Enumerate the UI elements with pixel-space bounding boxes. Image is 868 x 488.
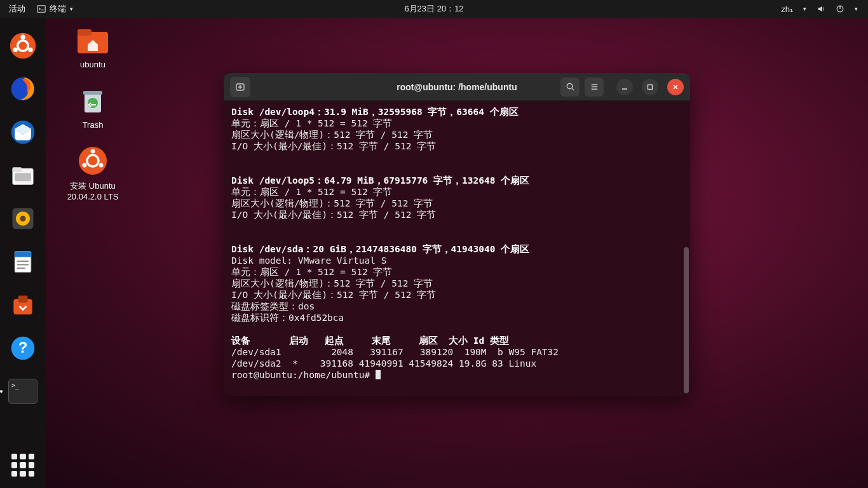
terminal-line: /dev/sda1 2048 391167 389120 190M b W95 … <box>231 346 682 358</box>
dock-libreoffice-writer[interactable] <box>6 245 39 278</box>
svg-rect-12 <box>15 173 31 181</box>
terminal-line: Disk model: VMware Virtual S <box>231 255 682 266</box>
terminal-line: 设备 启动 起点 末尾 扇区 大小 Id 类型 <box>231 335 682 346</box>
top-panel: 活动 终端 ▾ 6月23日 20：12 zh₁ ▾ ▾ <box>0 0 868 18</box>
show-applications-button[interactable] <box>11 454 34 477</box>
terminal-line: I/O 大小(最小/最佳)：512 字节 / 512 字节 <box>231 140 682 152</box>
terminal-app-icon <box>37 4 46 13</box>
scrollbar-thumb[interactable] <box>684 247 689 393</box>
terminal-line: 磁盘标签类型：dos <box>231 301 682 312</box>
terminal-line <box>231 232 682 243</box>
dock: ? >_ <box>0 18 46 488</box>
svg-point-6 <box>28 48 32 52</box>
svg-rect-18 <box>17 261 29 262</box>
terminal-line: 扇区大小(逻辑/物理)：512 字节 / 512 字节 <box>231 129 682 140</box>
search-button[interactable] <box>560 78 580 97</box>
svg-point-38 <box>567 83 572 88</box>
dock-help[interactable]: ? <box>6 332 39 365</box>
svg-point-33 <box>99 163 104 168</box>
terminal-line: I/O 大小(最小/最佳)：512 字节 / 512 字节 <box>231 209 682 220</box>
window-close-button[interactable] <box>667 79 684 95</box>
desktop-installer[interactable]: 安装 Ubuntu 20.04.2.0 LTS <box>61 145 125 201</box>
terminal-line: /dev/sda2 * 391168 41940991 41549824 19.… <box>231 358 682 369</box>
dock-ubuntu-logo[interactable] <box>6 29 39 62</box>
svg-rect-0 <box>37 6 45 13</box>
hamburger-menu-button[interactable] <box>585 78 604 97</box>
terminal-line: 单元：扇区 / 1 * 512 = 512 字节 <box>231 118 682 129</box>
terminal-line <box>231 152 682 163</box>
svg-point-32 <box>91 149 95 154</box>
desktop-home-folder[interactable]: ubuntu <box>61 24 125 69</box>
svg-rect-20 <box>17 268 25 269</box>
clock[interactable]: 6月23日 20：12 <box>404 3 463 15</box>
chevron-down-icon: ▾ <box>855 6 858 12</box>
terminal-line: 扇区大小(逻辑/物理)：512 字节 / 512 字节 <box>231 198 682 209</box>
desktop-installer-label-2: 20.04.2.0 LTS <box>61 192 125 201</box>
chevron-down-icon: ▾ <box>803 6 806 12</box>
desktop-home-label: ubuntu <box>61 60 125 69</box>
terminal-line <box>231 163 682 175</box>
svg-rect-19 <box>17 264 29 266</box>
volume-icon[interactable] <box>817 4 825 13</box>
app-menu-label: 终端 <box>50 3 66 15</box>
terminal-line <box>231 220 682 232</box>
desktop-trash[interactable]: Trash <box>61 85 125 130</box>
dock-rhythmbox[interactable] <box>6 202 39 235</box>
desktop-installer-label-1: 安装 Ubuntu <box>61 180 125 192</box>
window-minimize-button[interactable] <box>616 79 633 95</box>
desktop-trash-label: Trash <box>61 120 125 130</box>
svg-rect-17 <box>15 252 31 257</box>
dock-thunderbird[interactable] <box>6 116 39 149</box>
dock-software[interactable] <box>6 288 39 322</box>
terminal-prompt[interactable]: root@ubuntu:/home/ubuntu# <box>231 369 682 381</box>
terminal-title: root@ubuntu: /home/ubuntu <box>397 82 517 92</box>
input-method-indicator[interactable]: zh₁ <box>781 4 793 14</box>
svg-point-34 <box>83 163 87 168</box>
terminal-line: I/O 大小(最小/最佳)：512 字节 / 512 字节 <box>231 289 682 301</box>
svg-point-29 <box>88 98 98 108</box>
terminal-line: Disk /dev/loop5：64.79 MiB，67915776 字节，13… <box>231 175 682 186</box>
svg-rect-28 <box>83 91 102 95</box>
desktop-icons: ubuntu Trash 安装 Ubuntu 20.04.2.0 LTS <box>61 24 125 201</box>
svg-point-7 <box>13 48 17 52</box>
terminal-line: Disk /dev/sda：20 GiB，21474836480 字节，4194… <box>231 243 682 255</box>
svg-rect-44 <box>648 85 653 89</box>
dock-firefox[interactable] <box>6 72 39 105</box>
terminal-window: root@ubuntu: /home/ubuntu Disk /dev/lo <box>224 73 690 396</box>
terminal-line: Disk /dev/loop4：31.9 MiB，32595968 字节，636… <box>231 106 682 118</box>
terminal-titlebar[interactable]: root@ubuntu: /home/ubuntu <box>224 73 690 101</box>
power-icon[interactable] <box>836 4 844 13</box>
svg-rect-22 <box>18 295 28 302</box>
terminal-line: 单元：扇区 / 1 * 512 = 512 字节 <box>231 266 682 278</box>
svg-text:?: ? <box>18 339 28 356</box>
svg-line-39 <box>572 88 574 90</box>
app-menu[interactable]: 终端 ▾ <box>37 3 73 15</box>
svg-point-5 <box>20 35 25 39</box>
dock-terminal-running[interactable]: >_ <box>6 375 39 408</box>
dock-files[interactable] <box>6 159 39 192</box>
activities-button[interactable]: 活动 <box>9 3 25 15</box>
terminal-line: 磁盘标识符：0x4fd52bca <box>231 312 682 323</box>
svg-rect-26 <box>78 29 92 36</box>
svg-rect-11 <box>13 167 22 172</box>
terminal-line: 单元：扇区 / 1 * 512 = 512 字节 <box>231 186 682 198</box>
terminal-line <box>231 323 682 335</box>
svg-point-15 <box>20 215 25 221</box>
cursor <box>376 370 381 379</box>
terminal-line: 扇区大小(逻辑/物理)：512 字节 / 512 字节 <box>231 278 682 289</box>
new-tab-button[interactable] <box>230 77 250 97</box>
terminal-output-area[interactable]: Disk /dev/loop4：31.9 MiB，32595968 字节，636… <box>224 101 690 396</box>
window-maximize-button[interactable] <box>642 79 658 95</box>
chevron-down-icon: ▾ <box>70 6 73 12</box>
